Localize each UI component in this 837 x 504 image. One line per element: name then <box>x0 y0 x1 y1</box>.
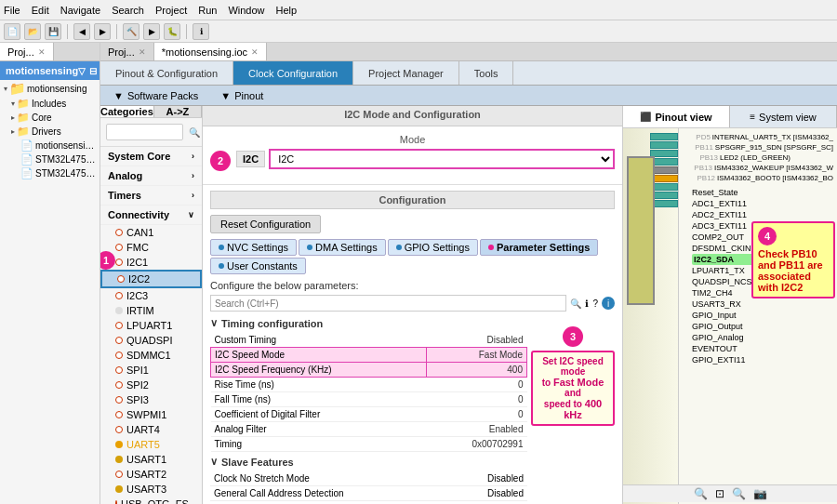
menu-window[interactable]: Window <box>228 5 264 16</box>
cat-tab-categories[interactable]: Categories <box>100 106 154 117</box>
cat-lpuart1[interactable]: LPUART1 <box>100 318 202 333</box>
toolbar-back[interactable]: ◀ <box>73 23 90 40</box>
toolbar-open[interactable]: 📂 <box>24 23 41 40</box>
cat-sdmmc1[interactable]: SDMMC1 <box>100 348 202 363</box>
pin-row-eventout: EVENTOUT <box>692 343 833 354</box>
cat-swpmi1[interactable]: SWPMI1 <box>100 407 202 422</box>
cat-irtim[interactable]: IRTIM <box>100 303 202 318</box>
cat-usart2[interactable]: USART2 <box>100 467 202 482</box>
timing-section-header[interactable]: ∨ Timing configuration <box>210 317 527 329</box>
pin-row-gpio-analog: GPIO_Analog <box>692 332 833 343</box>
config-panel-title: I2C Mode and Configuration <box>203 106 622 126</box>
cat-system-core[interactable]: System Core › <box>100 147 202 166</box>
spi2-status <box>115 381 123 389</box>
sub-tab-pinout[interactable]: ▼ Pinout <box>215 88 269 103</box>
project-tab-close[interactable]: ✕ <box>38 47 46 57</box>
lpuart1-status <box>115 322 123 329</box>
menu-file[interactable]: File <box>4 5 20 16</box>
chip-pin <box>650 133 678 140</box>
param-search-icon: 🔍 <box>570 298 581 309</box>
sub-tab-bar: ▼ Software Packs ▼ Pinout <box>100 86 837 106</box>
tree-motionsensing[interactable]: ▾ 📁 motionsensing <box>0 80 100 97</box>
toolbar-run[interactable]: ▶ <box>143 23 160 40</box>
tree-drivers[interactable]: ▸ 📁 Drivers <box>0 125 100 139</box>
zoom-fit-icon[interactable]: ⊡ <box>715 487 724 500</box>
usart3-status <box>115 485 123 493</box>
file-tab-project[interactable]: Proj... ✕ <box>100 43 154 60</box>
zoom-out-icon[interactable]: 🔍 <box>694 487 708 500</box>
toolbar-build[interactable]: 🔨 <box>123 23 140 40</box>
cat-usb-otg-fs[interactable]: USB_OTG_FS <box>100 497 202 504</box>
panel-icon-filter[interactable]: ▽ <box>78 66 86 76</box>
zoom-export-icon[interactable]: 📷 <box>753 487 767 500</box>
project-tab[interactable]: Proj... ✕ <box>0 43 54 60</box>
file-tab-project-close[interactable]: ✕ <box>139 47 146 57</box>
right-tab-pinout[interactable]: ⬛ Pinout view <box>623 106 730 127</box>
i2c1-status <box>115 259 123 266</box>
tab-pinout[interactable]: Pinout & Configuration <box>100 61 233 85</box>
cfg-tab-params[interactable]: Parameter Settings <box>480 239 598 256</box>
tree-includes[interactable]: ▾ 📁 Includes <box>0 97 100 111</box>
file-tab-ioc-close[interactable]: ✕ <box>251 47 259 57</box>
param-search-input[interactable] <box>210 295 566 312</box>
cat-quadspi[interactable]: QUADSPI <box>100 333 202 348</box>
tree-core[interactable]: ▸ 📁 Core <box>0 111 100 125</box>
cat-connectivity[interactable]: Connectivity ∨ <box>100 206 202 225</box>
cat-spi3[interactable]: SPI3 <box>100 392 202 407</box>
timing-row-fall: Fall Time (ns) 0 <box>211 392 527 407</box>
panel-icon-collapse[interactable]: ⊟ <box>89 66 97 76</box>
tree-motionsensing-ioc[interactable]: 📄 motionsensing.ioc <box>0 139 100 153</box>
menu-project[interactable]: Project <box>155 5 187 16</box>
usart2-status <box>115 471 123 478</box>
toolbar-forward[interactable]: ▶ <box>94 23 111 40</box>
menu-run[interactable]: Run <box>198 5 217 16</box>
slave-section-header[interactable]: ∨ Slave Features <box>210 456 527 468</box>
tab-project-manager[interactable]: Project Manager <box>353 61 459 85</box>
zoom-in-icon[interactable]: 🔍 <box>732 487 746 500</box>
cat-can1[interactable]: CAN1 <box>100 225 202 240</box>
right-tab-system[interactable]: ≡ System view <box>730 106 837 127</box>
menu-edit[interactable]: Edit <box>32 5 49 16</box>
cfg-tab-gpio[interactable]: GPIO Settings <box>388 239 478 256</box>
cat-spi2[interactable]: SPI2 <box>100 378 202 392</box>
cat-uart4[interactable]: UART4 <box>100 422 202 437</box>
project-panel-label: motionsensing <box>6 65 78 76</box>
cat-fmc[interactable]: FMC <box>100 240 202 255</box>
mode-select[interactable]: I2C SMBus-Alert-mode SMBus-Device Disabl… <box>269 149 615 169</box>
cat-uart5[interactable]: UART5 <box>100 437 202 452</box>
toolbar-new[interactable]: 📄 <box>4 23 20 40</box>
cfg-tab-user[interactable]: User Constants <box>210 258 306 274</box>
search-param-row: 🔍 ℹ ? i <box>210 295 615 312</box>
menu-search[interactable]: Search <box>112 5 144 16</box>
pin-row-pd5: PD5 INTERNAL_UART5_TX [ISM43362_ <box>692 132 833 142</box>
file-tab-ioc[interactable]: *motionsensing.ioc ✕ <box>154 43 267 60</box>
sdmmc1-status <box>115 351 123 359</box>
irtim-status <box>115 307 123 314</box>
menu-navigate[interactable]: Navigate <box>60 5 100 16</box>
cfg-tab-nvc[interactable]: NVC Settings <box>210 239 297 256</box>
toolbar-save[interactable]: 💾 <box>45 23 61 40</box>
cat-timers[interactable]: Timers › <box>100 186 202 206</box>
menu-bar: File Edit Navigate Search Project Run Wi… <box>0 0 837 20</box>
sub-tab-software[interactable]: ▼ Software Packs <box>108 88 204 103</box>
cat-analog[interactable]: Analog › <box>100 166 202 186</box>
cat-i2c1[interactable]: I2C1 <box>100 255 202 270</box>
categories-search[interactable] <box>106 124 183 140</box>
cat-usart1[interactable]: USART1 <box>100 452 202 467</box>
cat-i2c3[interactable]: I2C3 <box>100 288 202 303</box>
cfg-tab-dma[interactable]: DMA Settings <box>299 239 386 256</box>
timing-row-freq[interactable]: I2C Speed Frequency (KHz) 400 <box>211 363 527 378</box>
tab-tools[interactable]: Tools <box>459 61 514 85</box>
cat-usart3[interactable]: USART3 <box>100 482 202 497</box>
tree-stm32-1[interactable]: 📄 STM32L475VGT... <box>0 153 100 166</box>
timing-row-speed-mode[interactable]: I2C Speed Mode Fast Mode <box>211 348 527 363</box>
toolbar-info[interactable]: ℹ <box>193 23 209 40</box>
toolbar-debug[interactable]: 🐛 <box>164 23 180 40</box>
tree-stm32-2[interactable]: 📄 STM32L475VGT... <box>0 166 100 180</box>
reset-config-button[interactable]: Reset Configuration <box>210 215 321 233</box>
cat-spi1[interactable]: SPI1 <box>100 363 202 378</box>
tab-clock[interactable]: Clock Configuration <box>233 61 353 85</box>
cat-tab-atoz[interactable]: A->Z <box>154 106 202 117</box>
cat-i2c2[interactable]: I2C2 <box>100 270 202 288</box>
menu-help[interactable]: Help <box>276 5 298 16</box>
